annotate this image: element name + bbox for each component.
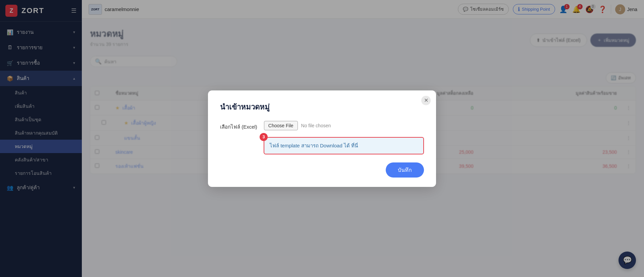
choose-file-button[interactable]: Choose File <box>264 121 298 130</box>
modal-overlay: ✕ นำเข้าหมวดหมู่ เลือกไฟล์ (Excel) Choos… <box>0 0 644 277</box>
info-text: ไฟล์ template สามารถ Download ได้ ที่นี่ <box>270 143 358 148</box>
modal-title: นำเข้าหมวดหมู่ <box>220 101 424 113</box>
no-file-text: No file chosen <box>301 123 331 128</box>
template-download-link[interactable]: ไฟล์ template สามารถ Download ได้ ที่นี่ <box>264 137 424 154</box>
save-button[interactable]: บันทึก <box>386 162 424 178</box>
info-box-wrapper: 3 ไฟล์ template สามารถ Download ได้ ที่น… <box>264 137 424 154</box>
import-modal: ✕ นำเข้าหมวดหมู่ เลือกไฟล์ (Excel) Choos… <box>208 90 436 187</box>
modal-file-input: Choose File No file chosen <box>264 121 331 130</box>
modal-label-file: เลือกไฟล์ (Excel) <box>220 121 257 131</box>
main-area: ZORT caramelmonnie 💬 โซเชียลคอมเมิร์ซ ℹ … <box>82 0 644 277</box>
modal-actions: บันทึก <box>220 162 424 178</box>
modal-close-button[interactable]: ✕ <box>421 96 431 105</box>
step-badge: 3 <box>260 133 268 141</box>
modal-file-row: เลือกไฟล์ (Excel) Choose File No file ch… <box>220 121 424 131</box>
